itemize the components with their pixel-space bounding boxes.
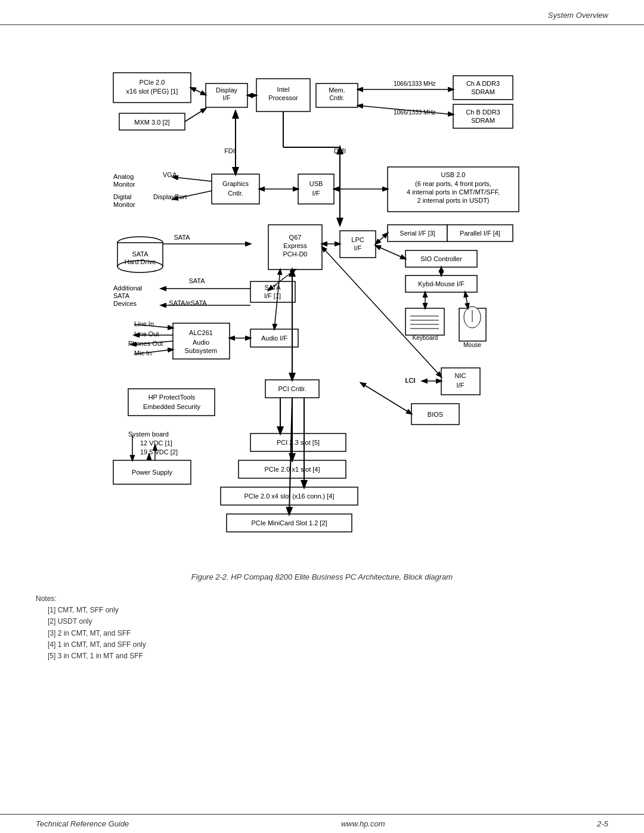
svg-text:PCIe 2.0: PCIe 2.0 (140, 79, 165, 86)
svg-text:Q67: Q67 (289, 234, 302, 241)
svg-rect-22 (212, 174, 259, 204)
svg-text:Parallel I/F [4]: Parallel I/F [4] (460, 230, 500, 237)
svg-text:Express: Express (283, 242, 307, 249)
svg-text:Devices: Devices (113, 300, 137, 307)
svg-text:BIOS: BIOS (428, 411, 443, 418)
svg-text:Cntlr.: Cntlr. (228, 190, 243, 197)
svg-text:NIC: NIC (455, 372, 466, 379)
svg-text:Line Out: Line Out (134, 330, 159, 337)
svg-text:MXM 3.0 [2]: MXM 3.0 [2] (134, 119, 169, 126)
svg-text:DisplayPort: DisplayPort (153, 193, 187, 200)
svg-text:I/F: I/F (354, 244, 362, 252)
svg-text:(6 rear ports, 4 front ports,: (6 rear ports, 4 front ports, (415, 180, 491, 187)
svg-text:Monitor: Monitor (113, 181, 135, 188)
svg-text:Cntlr.: Cntlr. (329, 94, 345, 101)
svg-rect-91 (128, 389, 215, 416)
svg-text:Mouse: Mouse (463, 342, 481, 348)
svg-text:Embedded Security: Embedded Security (143, 403, 200, 410)
svg-text:Ch A DDR3: Ch A DDR3 (466, 80, 500, 87)
svg-text:ALC261: ALC261 (189, 329, 213, 336)
svg-text:FDI: FDI (224, 147, 235, 154)
svg-text:12 VDC [1]: 12 VDC [1] (140, 439, 172, 447)
svg-text:PCIe MiniCard Slot 1.2 [2]: PCIe MiniCard Slot 1.2 [2] (251, 519, 327, 527)
footer-center: www.hp.com (341, 819, 385, 828)
block-diagram: Intel Processor Display I/F Mem. Cntlr. … (36, 43, 608, 562)
svg-rect-65 (405, 308, 444, 335)
note-item-1: [1] CMT, MT, SFF only (48, 605, 608, 616)
svg-text:SATA: SATA (188, 277, 205, 284)
svg-rect-25 (298, 174, 334, 204)
svg-rect-19 (453, 104, 513, 128)
svg-text:Power Supply: Power Supply (132, 469, 172, 476)
footer-right: 2-5 (597, 819, 608, 828)
svg-text:4 internal ports in CMT/MT/SFF: 4 internal ports in CMT/MT/SFF, (407, 188, 500, 196)
svg-text:19.5 VDC [2]: 19.5 VDC [2] (140, 448, 178, 456)
figure-caption: Figure 2-2. HP Compaq 8200 Elite Busines… (36, 572, 608, 581)
svg-text:Mem.: Mem. (329, 86, 345, 94)
svg-line-110 (185, 109, 206, 122)
page: System Overview Intel Processor Display … (0, 0, 644, 833)
svg-line-147 (361, 383, 411, 414)
svg-rect-15 (453, 76, 513, 100)
svg-text:Serial I/F [3]: Serial I/F [3] (400, 230, 435, 237)
svg-text:Graphics: Graphics (222, 180, 249, 187)
note-item-4: [4] 1 in CMT, MT, and SFF only (48, 639, 608, 651)
svg-text:Hard Drive: Hard Drive (125, 258, 156, 265)
svg-text:Audio I/F: Audio I/F (261, 335, 287, 342)
svg-text:SDRAM: SDRAM (471, 88, 495, 95)
svg-text:SATA: SATA (132, 250, 148, 258)
svg-text:Intel: Intel (277, 86, 290, 93)
notes-section: Notes: [1] CMT, MT, SFF only [2] USDT on… (36, 593, 608, 662)
svg-line-125 (376, 233, 388, 244)
header-title: System Overview (548, 11, 608, 20)
svg-text:Processor: Processor (268, 94, 298, 101)
svg-text:1066/1333 MHz: 1066/1333 MHz (394, 80, 436, 87)
svg-text:Audio: Audio (193, 339, 209, 346)
svg-text:I/F: I/F (457, 382, 465, 389)
notes-title: Notes: (36, 593, 608, 605)
svg-text:I/F: I/F (312, 190, 320, 197)
svg-text:Display: Display (216, 86, 238, 94)
svg-text:Monitor: Monitor (113, 201, 135, 208)
svg-text:I/F [1]: I/F [1] (264, 292, 281, 299)
svg-text:PCI 2.3 slot [5]: PCI 2.3 slot [5] (277, 439, 320, 446)
svg-line-120 (173, 177, 212, 181)
svg-text:x16 slot (PEG) [1]: x16 slot (PEG) [1] (126, 88, 178, 95)
svg-line-109 (191, 88, 206, 95)
svg-text:SIO Controller: SIO Controller (420, 255, 462, 262)
svg-text:SDRAM: SDRAM (471, 117, 495, 124)
svg-text:LCI: LCI (405, 377, 415, 384)
svg-text:SATA: SATA (113, 292, 130, 299)
svg-text:PCIe 2.0 x1 slot [4]: PCIe 2.0 x1 slot [4] (265, 466, 320, 473)
svg-text:Keyboard: Keyboard (413, 335, 438, 341)
page-header: System Overview (0, 0, 644, 25)
svg-text:SATA: SATA (174, 234, 190, 241)
svg-text:Ch B DDR3: Ch B DDR3 (466, 109, 500, 116)
page-footer: Technical Reference Guide www.hp.com 2-5 (0, 814, 644, 833)
svg-text:USB 2.0: USB 2.0 (441, 171, 466, 178)
main-content: Intel Processor Display I/F Mem. Cntlr. … (0, 25, 644, 698)
note-item-5: [5] 3 in CMT, 1 in MT and SFF (48, 651, 608, 662)
svg-line-126 (376, 246, 405, 259)
svg-text:Digital: Digital (113, 193, 132, 200)
note-item-2: [2] USDT only (48, 616, 608, 627)
note-item-3: [3] 2 in CMT, MT, and SFF (48, 628, 608, 639)
svg-text:2 internal ports in USDT): 2 internal ports in USDT) (417, 197, 489, 204)
svg-text:LPC: LPC (351, 236, 364, 243)
svg-line-129 (465, 292, 468, 308)
svg-text:USB: USB (309, 180, 323, 187)
svg-text:Analog: Analog (113, 173, 134, 180)
svg-text:Additional: Additional (113, 284, 142, 292)
svg-text:System board: System board (128, 431, 169, 438)
svg-text:Kybd-Mouse I/F: Kybd-Mouse I/F (418, 280, 465, 287)
svg-text:PCH-D0: PCH-D0 (283, 250, 308, 258)
svg-text:PCI Cntlr.: PCI Cntlr. (278, 385, 306, 392)
svg-text:Subsystem: Subsystem (185, 347, 217, 354)
svg-text:HP ProtectTools: HP ProtectTools (148, 394, 196, 401)
footer-left: Technical Reference Guide (36, 819, 129, 828)
svg-text:I/F: I/F (223, 94, 231, 101)
